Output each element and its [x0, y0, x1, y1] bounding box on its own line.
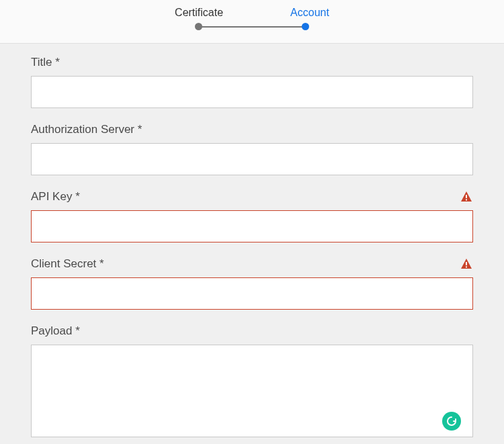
label-api-key: API Key *	[31, 190, 80, 204]
field-title: Title *	[31, 56, 473, 108]
input-title[interactable]	[31, 76, 473, 108]
stepper: Certificate Account	[0, 7, 504, 19]
error-icon	[460, 190, 473, 204]
stepper-progress	[0, 23, 504, 31]
label-client-secret: Client Secret *	[31, 257, 104, 271]
field-api-key: API Key *	[31, 190, 473, 242]
svg-rect-1	[466, 199, 467, 201]
stepper-bar: Certificate Account	[0, 0, 504, 44]
error-icon	[460, 257, 473, 271]
account-form: Title * Authorization Server * API Key *…	[0, 44, 504, 444]
grammarly-icon[interactable]	[442, 412, 461, 431]
step-dot-account	[302, 23, 309, 30]
step-certificate[interactable]: Certificate	[175, 7, 223, 19]
svg-rect-0	[466, 195, 467, 198]
svg-rect-2	[466, 262, 467, 265]
label-title: Title *	[31, 56, 60, 69]
svg-rect-3	[466, 267, 467, 268]
step-dot-certificate	[195, 23, 202, 30]
field-payload: Payload *	[31, 324, 473, 440]
stepper-line	[198, 26, 306, 28]
input-api-key[interactable]	[31, 210, 473, 242]
step-account[interactable]: Account	[290, 7, 329, 19]
input-auth-server[interactable]	[31, 143, 473, 175]
textarea-payload[interactable]	[31, 345, 473, 437]
field-client-secret: Client Secret *	[31, 257, 473, 310]
label-auth-server: Authorization Server *	[31, 123, 142, 136]
field-auth-server: Authorization Server *	[31, 123, 473, 175]
label-payload: Payload *	[31, 324, 80, 338]
input-client-secret[interactable]	[31, 277, 473, 310]
